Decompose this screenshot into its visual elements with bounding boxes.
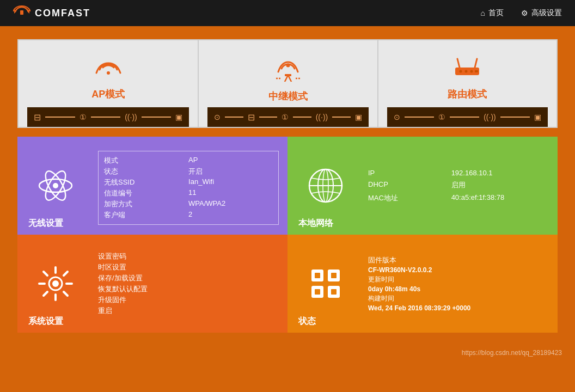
- bottom-grid: 模式 AP 状态 开启 无线SSID Ian_Wifi 信道编号 11 加密方式…: [17, 137, 558, 333]
- bar-wifi2-icon: ((·)): [316, 113, 328, 121]
- network-info-key-2: MAC地址: [368, 193, 443, 203]
- svg-point-1: [107, 71, 110, 75]
- repeater-mode-card[interactable]: 中继模式 ⊙ ⊟ ① ((·)) ▣: [198, 40, 377, 127]
- bar-monitor3-icon: ▣: [534, 113, 541, 121]
- router-mode-icon: [448, 53, 487, 83]
- system-link-reboot[interactable]: 重启: [98, 306, 279, 316]
- nav-advanced-link[interactable]: ⚙ 高级设置: [521, 8, 562, 18]
- svg-point-9: [460, 70, 462, 73]
- svg-line-27: [64, 292, 68, 296]
- home-icon: ⌂: [481, 9, 485, 17]
- bar-plug-icon: ⊟: [34, 112, 41, 122]
- svg-rect-35: [315, 273, 320, 278]
- system-link-password[interactable]: 设置密码: [98, 252, 279, 261]
- network-info-val-2: 40:a5:ef:1f:38:78: [451, 193, 549, 203]
- bar-num2-icon: ①: [282, 113, 289, 121]
- repeater-mode-icon: [268, 53, 308, 85]
- logo-icon: [13, 5, 30, 21]
- svg-point-30: [52, 280, 59, 287]
- router-mode-card[interactable]: 路由模式 ⊙ ① ((·)) ▣: [377, 40, 556, 127]
- wireless-info-val-3: 11: [188, 188, 273, 198]
- network-info-val-1: 启用: [451, 180, 549, 190]
- system-link-save[interactable]: 保存/加载设置: [98, 273, 279, 283]
- router-mode-label: 路由模式: [448, 88, 487, 101]
- wireless-info-val-2: Ian_Wifi: [188, 177, 273, 187]
- wireless-info-val-5: 2: [188, 210, 273, 220]
- wireless-info-key-4: 加密方式: [104, 199, 182, 209]
- svg-line-26: [44, 272, 47, 275]
- network-info-key-0: IP: [368, 169, 443, 177]
- svg-rect-2: [285, 74, 291, 76]
- status-update-label: 更新时间: [368, 275, 549, 284]
- svg-point-16: [53, 183, 58, 188]
- network-tile-label: 本地网络: [298, 218, 333, 229]
- wireless-info-val-0: AP: [188, 156, 273, 166]
- nav-home-label: 首页: [488, 8, 504, 18]
- network-content: IP 192.168.10.1 DHCP 启用 MAC地址 40:a5:ef:1…: [364, 137, 558, 235]
- system-link-timezone[interactable]: 时区设置: [98, 262, 279, 272]
- svg-point-10: [465, 70, 468, 73]
- svg-rect-12: [475, 70, 478, 72]
- header: COMFAST ⌂ 首页 ⚙ 高级设置: [0, 0, 575, 26]
- status-fw-label: 固件版本: [368, 255, 549, 265]
- bar-wifi3-icon: ((·)): [484, 113, 496, 121]
- system-link-restore[interactable]: 恢复默认认配置: [98, 284, 279, 294]
- svg-line-7: [457, 59, 460, 68]
- network-tile[interactable]: IP 192.168.10.1 DHCP 启用 MAC地址 40:a5:ef:1…: [288, 137, 558, 235]
- nav-home-link[interactable]: ⌂ 首页: [481, 8, 504, 18]
- status-update-value: 0day 0h:48m 40s: [368, 285, 549, 293]
- status-build-label: 构建时间: [368, 294, 549, 303]
- status-fw-value: CF-WR360N-V2.0.0.2: [368, 266, 549, 274]
- status-build-value: Wed, 24 Feb 2016 08:39:29 +0000: [368, 304, 549, 312]
- footer-text: https://blog.csdn.net/qq_28189423: [462, 349, 562, 357]
- status-tile-label: 状态: [298, 316, 316, 327]
- system-tile-label: 系统设置: [28, 316, 63, 327]
- repeater-mode-label: 中继模式: [268, 90, 308, 103]
- wireless-tile[interactable]: 模式 AP 状态 开启 无线SSID Ian_Wifi 信道编号 11 加密方式…: [17, 137, 288, 235]
- repeater-mode-bar: ⊙ ⊟ ① ((·)) ▣: [207, 107, 368, 127]
- wireless-info-val-4: WPA/WPA2: [188, 199, 273, 209]
- bar-num-icon: ①: [79, 113, 87, 121]
- wireless-info-key-1: 状态: [104, 167, 182, 176]
- nav-links: ⌂ 首页 ⚙ 高级设置: [481, 8, 562, 18]
- bar-wifi-icon: ((·)): [125, 113, 137, 121]
- svg-line-28: [64, 272, 68, 275]
- system-link-upgrade[interactable]: 升级固件: [98, 295, 279, 305]
- bar-signal3-icon: ⊙: [394, 113, 400, 121]
- globe-icon: [307, 167, 344, 204]
- mode-row: AP模式 ⊟ ① ((·)) ▣: [17, 39, 558, 128]
- settings-icon: ⚙: [521, 9, 528, 17]
- svg-rect-36: [331, 273, 337, 278]
- wireless-info-table: 模式 AP 状态 开启 无线SSID Ian_Wifi 信道编号 11 加密方式…: [104, 156, 273, 220]
- wireless-content: 模式 AP 状态 开启 无线SSID Ian_Wifi 信道编号 11 加密方式…: [94, 137, 288, 235]
- status-info-block: 固件版本 CF-WR360N-V2.0.0.2 更新时间 0day 0h:48m…: [368, 255, 549, 312]
- svg-point-3: [286, 64, 290, 68]
- main-content: AP模式 ⊟ ① ((·)) ▣: [0, 26, 575, 346]
- nav-advanced-label: 高级设置: [531, 8, 562, 18]
- network-info-key-1: DHCP: [368, 180, 443, 190]
- svg-rect-38: [331, 289, 337, 295]
- bar-num3-icon: ①: [438, 113, 445, 121]
- status-content: 固件版本 CF-WR360N-V2.0.0.2 更新时间 0day 0h:48m…: [364, 235, 558, 333]
- network-info-table: IP 192.168.10.1 DHCP 启用 MAC地址 40:a5:ef:1…: [368, 169, 549, 203]
- svg-point-11: [470, 70, 473, 73]
- svg-rect-37: [315, 289, 320, 295]
- wireless-tile-label: 无线设置: [28, 218, 63, 229]
- status-tile[interactable]: 固件版本 CF-WR360N-V2.0.0.2 更新时间 0day 0h:48m…: [288, 235, 558, 333]
- svg-line-8: [475, 59, 477, 68]
- system-tile[interactable]: 设置密码 时区设置 保存/加载设置 恢复默认认配置 升级固件 重启 系统设置: [17, 235, 288, 333]
- wireless-info-val-1: 开启: [188, 167, 273, 176]
- logo-brand-text: COMFAST: [35, 8, 90, 19]
- ap-mode-icon: [91, 53, 126, 83]
- svg-rect-0: [20, 10, 23, 15]
- ap-mode-card[interactable]: AP模式 ⊟ ① ((·)) ▣: [19, 40, 198, 127]
- app-status-icon: [308, 266, 343, 301]
- wireless-info-key-3: 信道编号: [104, 188, 182, 198]
- system-content: 设置密码 时区设置 保存/加载设置 恢复默认认配置 升级固件 重启: [94, 235, 288, 333]
- system-links-list: 设置密码 时区设置 保存/加载设置 恢复默认认配置 升级固件 重启: [98, 252, 279, 316]
- bar-monitor2-icon: ▣: [355, 113, 362, 121]
- wireless-info-key-5: 客户端: [104, 210, 182, 220]
- gear-icon-svg: [37, 265, 74, 302]
- wireless-info-key-2: 无线SSID: [104, 177, 182, 187]
- svg-line-29: [44, 292, 47, 296]
